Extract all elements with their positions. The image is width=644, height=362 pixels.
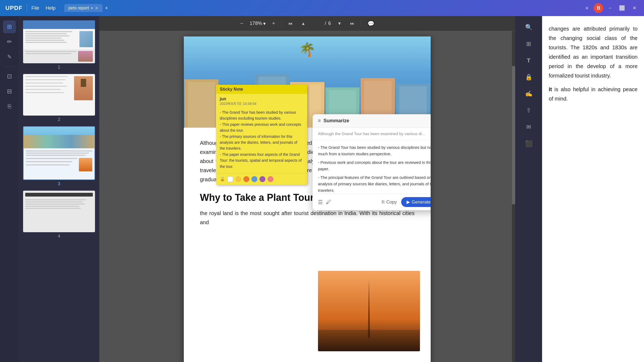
comment-toolbar-button[interactable]: 💬	[365, 19, 376, 28]
sticky-note-color-picker: 🔒	[216, 173, 307, 185]
sidebar-item-pages[interactable]: ⊞	[3, 20, 16, 33]
sticky-note-author: jun	[220, 97, 303, 101]
toolbar: − 178% ▾ + ⏮ ▲ 3 / 6 ▼ ⏭ 💬	[99, 16, 515, 31]
zoom-display: 178% ▾	[250, 21, 266, 27]
thumbnail-page-4[interactable]: 4	[23, 191, 95, 239]
page-nav: 3 / 6	[312, 21, 331, 26]
summarize-pen-icon[interactable]: 🖊	[326, 199, 331, 205]
summarize-footer-icons: ☰ 🖊	[318, 199, 331, 205]
section-paragraph: the royal land is the most sought after …	[200, 209, 415, 227]
maximize-button[interactable]: ⬜	[617, 4, 627, 12]
sidebar-item-organize[interactable]: ⊡	[3, 70, 16, 83]
generate-icon: ▶	[407, 199, 410, 205]
zoom-out-button[interactable]: −	[238, 19, 246, 28]
sidebar-item-export[interactable]: ⎘	[3, 100, 16, 113]
thumbnail-page-1[interactable]: 1	[23, 20, 95, 70]
summarize-list-icon: ≡	[318, 118, 321, 124]
app-body: ⊞ ✏ ✎ ⊡ ⊟ ⎘	[0, 16, 644, 362]
sticky-note-meta: jun 2023年8月7日 10:39:54	[216, 94, 307, 108]
toolbar-separator-1	[281, 20, 282, 27]
summarize-list-icon-footer[interactable]: ☰	[318, 199, 323, 205]
right-sidebar: 🔍 ⊞ T 🔒 ✍ ⇧ ✉ ⬛	[515, 16, 542, 362]
nav-prev-button[interactable]: ▲	[299, 20, 308, 28]
nav-first-button[interactable]: ⏮	[286, 20, 295, 28]
summary-line-1: - The Grand Tour has been studied by var…	[318, 144, 431, 157]
nav-next-button[interactable]: ▼	[335, 20, 344, 28]
lock-icon: 🔒	[220, 176, 225, 182]
generate-button[interactable]: ▶ Generate	[401, 197, 431, 207]
right-sign-icon[interactable]: ✍	[522, 87, 536, 101]
thumbnail-label-3: 3	[23, 182, 95, 186]
zoom-dropdown-icon[interactable]: ▾	[263, 21, 266, 27]
page-current-input[interactable]: 3	[312, 21, 323, 26]
right-text-paragraph-2-rest: is also helpful in achieving peace of mi…	[549, 86, 638, 102]
page-total: 6	[328, 21, 331, 26]
sidebar-item-comment[interactable]: ✎	[3, 50, 16, 63]
right-redact-icon[interactable]: ⬛	[522, 137, 536, 151]
summarize-content: - The Grand Tour has been studied by var…	[313, 140, 431, 194]
color-yellow[interactable]	[235, 176, 241, 182]
building-1	[184, 79, 218, 128]
sidebar-item-edit[interactable]: ✏	[3, 35, 16, 48]
right-mail-icon[interactable]: ✉	[522, 120, 536, 134]
pdf-area[interactable]: 🌴 Although the Grand Tour has been exami…	[99, 31, 515, 362]
pdf-page: 🌴 Although the Grand Tour has been exami…	[184, 36, 431, 362]
sticky-note-header: Sticky Note	[216, 85, 307, 94]
summarize-panel: ≡ Summarize ▾ Although the Grand Tour ha…	[313, 114, 431, 210]
generate-label: Generate	[412, 200, 431, 205]
sticky-note[interactable]: Sticky Note jun 2023年8月7日 10:39:54 - The…	[216, 85, 307, 185]
close-button[interactable]: ✕	[630, 4, 639, 12]
thumbnail-page-2[interactable]: 2	[23, 74, 95, 122]
copy-button[interactable]: ⎘ Copy	[382, 200, 397, 205]
sidebar-item-merge[interactable]: ⊟	[3, 85, 16, 98]
right-compress-icon[interactable]: ⊞	[522, 37, 536, 51]
copy-icon: ⎘	[382, 200, 385, 205]
sticky-note-content[interactable]: - The Grand Tour has been studied by var…	[216, 108, 307, 173]
palm-tree-decoration: 🌴	[299, 42, 316, 57]
right-share-icon[interactable]: ⇧	[522, 104, 536, 117]
right-ocr-icon[interactable]: T	[522, 54, 536, 68]
summary-line-3: - The principal features of the Grand To…	[318, 174, 431, 194]
thumbnail-page-3[interactable]: 3	[23, 126, 95, 186]
tab-add-button[interactable]: +	[105, 5, 108, 12]
summarize-header: ≡ Summarize ▾	[313, 114, 431, 128]
copy-label: Copy	[386, 200, 397, 205]
thumbnail-panel: 1 2	[19, 16, 99, 362]
zoom-value: 178%	[250, 21, 262, 26]
tab-close-icon[interactable]: ✕	[95, 6, 98, 10]
right-text-panel: changes are attributed primarily to the …	[542, 16, 644, 362]
summarize-footer-actions: ⎘ Copy ▶ Generate	[382, 197, 431, 207]
tab-dropdown-icon[interactable]: ▾	[91, 6, 93, 10]
color-orange[interactable]	[243, 176, 249, 182]
menu-help[interactable]: Help	[46, 5, 56, 11]
right-text-paragraph-1: changes are attributed primarily to the …	[549, 24, 638, 80]
color-pink[interactable]	[268, 176, 273, 182]
color-purple[interactable]	[259, 176, 265, 182]
thumbnail-label-2: 2	[23, 117, 95, 122]
page-separator: /	[325, 21, 326, 26]
summarize-footer: ☰ 🖊 ⎘ Copy ▶ Generate	[313, 194, 431, 210]
toolbar-separator-2	[361, 20, 361, 27]
color-white[interactable]	[227, 176, 233, 182]
right-protect-icon[interactable]: 🔒	[522, 70, 536, 84]
summarize-title-row: ≡ Summarize	[318, 118, 349, 124]
pdf-main: − 178% ▾ + ⏮ ▲ 3 / 6 ▼ ⏭ 💬	[99, 16, 515, 362]
sticky-note-title: Sticky Note	[220, 87, 243, 92]
scrollbar-thumb[interactable]	[512, 66, 515, 205]
menu-file[interactable]: File	[31, 5, 39, 11]
tab-pets-report[interactable]: pets report ▾ ✕	[64, 4, 103, 12]
right-text-paragraph-2: It is also helpful in achieving peace of…	[549, 85, 638, 104]
app-logo: UPDF	[5, 5, 23, 12]
right-search-icon[interactable]: 🔍	[522, 20, 536, 34]
left-sidebar: ⊞ ✏ ✎ ⊡ ⊟ ⎘	[0, 16, 19, 362]
scrollbar[interactable]	[512, 31, 515, 362]
nav-last-button[interactable]: ⏭	[348, 20, 357, 28]
color-blue[interactable]	[251, 176, 257, 182]
titlebar-menu: File Help	[31, 5, 56, 11]
user-avatar[interactable]: B	[594, 3, 603, 13]
tab-label: pets report	[68, 6, 89, 10]
minimize-button[interactable]: −	[606, 4, 614, 12]
zoom-in-button[interactable]: +	[270, 19, 277, 28]
summarize-input-text: Although the Grand Tour has been examine…	[318, 131, 425, 136]
tab-list-icon[interactable]: ≡	[583, 4, 591, 12]
